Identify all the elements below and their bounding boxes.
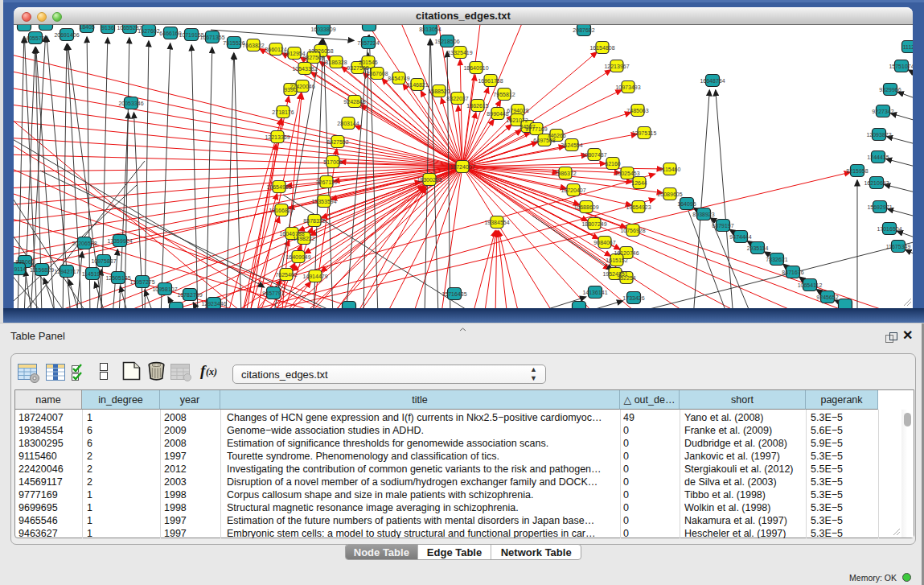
svg-text:9242848: 9242848: [343, 99, 365, 105]
svg-text:8454749: 8454749: [388, 76, 409, 81]
svg-text:15353594: 15353594: [311, 199, 336, 204]
svg-text:7357224: 7357224: [357, 40, 379, 46]
svg-text:1145194: 1145194: [82, 271, 104, 277]
svg-text:7832621: 7832621: [766, 257, 787, 262]
svg-text:10975887: 10975887: [91, 258, 116, 264]
svg-text:16154808: 16154808: [589, 45, 614, 51]
svg-text:9457791: 9457791: [262, 290, 284, 296]
svg-text:16033809: 16033809: [310, 27, 335, 32]
svg-text:6497568: 6497568: [533, 138, 555, 143]
svg-text:19654985: 19654985: [266, 184, 291, 190]
svg-text:1244415: 1244415: [867, 154, 889, 160]
svg-text:8813054: 8813054: [419, 27, 441, 32]
svg-text:15716485: 15716485: [441, 291, 466, 297]
svg-text:746266: 746266: [547, 133, 565, 138]
svg-text:8938923: 8938923: [692, 212, 714, 217]
svg-text:14055712: 14055712: [23, 35, 47, 41]
svg-text:9327508: 9327508: [347, 65, 368, 71]
svg-text:9245652: 9245652: [816, 295, 838, 300]
svg-text:18724007: 18724007: [450, 164, 474, 170]
svg-text:18807249: 18807249: [581, 221, 606, 227]
svg-text:20206578: 20206578: [72, 241, 97, 246]
svg-text:10688609: 10688609: [573, 204, 598, 210]
svg-text:18640910: 18640910: [463, 65, 488, 71]
svg-text:14136141: 14136141: [582, 290, 607, 295]
svg-text:17016504: 17016504: [877, 226, 901, 232]
svg-text:16210643: 16210643: [864, 180, 889, 186]
svg-text:19654923: 19654923: [626, 204, 651, 210]
svg-text:164095: 164095: [677, 201, 696, 207]
svg-text:7663822: 7663822: [242, 43, 264, 48]
svg-text:10543382: 10543382: [292, 66, 317, 72]
svg-text:12213369: 12213369: [265, 134, 290, 140]
svg-text:20053346: 20053346: [118, 101, 143, 106]
svg-text:9827509: 9827509: [302, 55, 324, 60]
svg-text:9474444: 9474444: [729, 234, 751, 240]
svg-text:12975115: 12975115: [632, 130, 657, 136]
svg-text:10654112: 10654112: [798, 282, 823, 288]
svg-text:10025453: 10025453: [614, 171, 639, 176]
svg-text:3267110: 3267110: [316, 179, 338, 185]
svg-text:11675349: 11675349: [886, 244, 911, 249]
svg-text:9115460: 9115460: [659, 167, 681, 172]
svg-text:2718176: 2718176: [272, 109, 294, 115]
svg-text:6879197: 6879197: [712, 223, 733, 229]
svg-text:517006: 517006: [323, 159, 342, 165]
svg-text:7625402: 7625402: [275, 272, 297, 278]
svg-text:18405: 18405: [79, 25, 95, 30]
svg-text:9136: 9136: [101, 25, 114, 31]
svg-text:16120746: 16120746: [614, 250, 639, 256]
svg-text:12093872: 12093872: [866, 132, 891, 138]
svg-text:3624554: 3624554: [561, 142, 582, 148]
svg-text:2935114: 2935114: [747, 245, 769, 251]
svg-text:1112: 1112: [903, 44, 913, 50]
svg-text:12942717: 12942717: [54, 269, 79, 274]
svg-text:1527602: 1527602: [138, 28, 159, 34]
svg-text:16648784: 16648784: [700, 78, 725, 84]
svg-text:1621072: 1621072: [506, 117, 528, 123]
svg-text:16671355: 16671355: [199, 35, 224, 40]
svg-text:16961758: 16961758: [478, 78, 503, 84]
svg-text:2867608: 2867608: [366, 71, 388, 76]
svg-text:16782759: 16782759: [177, 292, 202, 298]
svg-text:10756928: 10756928: [620, 228, 645, 233]
svg-text:13325419: 13325419: [447, 50, 472, 56]
svg-text:(x): (x): [206, 366, 217, 377]
svg-text:9390: 9390: [284, 87, 297, 93]
svg-text:6794028: 6794028: [507, 108, 528, 113]
svg-text:9777169: 9777169: [525, 126, 547, 132]
svg-text:252254: 252254: [617, 275, 635, 281]
svg-text:1615152: 1615152: [606, 257, 627, 263]
svg-text:62160: 62160: [605, 161, 621, 167]
svg-text:9227342: 9227342: [872, 109, 893, 114]
svg-text:10973493: 10973493: [615, 84, 640, 90]
svg-text:12505135: 12505135: [105, 275, 130, 281]
svg-text:9146821: 9146821: [406, 82, 428, 88]
svg-text:7955812: 7955812: [493, 92, 515, 97]
svg-text:15720407: 15720407: [561, 187, 585, 193]
svg-text:10807487: 10807487: [581, 152, 606, 158]
svg-text:2087682: 2087682: [573, 27, 594, 33]
svg-text:13226058: 13226058: [308, 48, 333, 54]
svg-text:7485063: 7485063: [626, 108, 648, 113]
svg-text:15751074: 15751074: [889, 64, 913, 69]
svg-text:12923446: 12923446: [201, 301, 226, 307]
svg-text:8427552: 8427552: [326, 139, 348, 145]
svg-text:1733426: 1733426: [622, 295, 644, 301]
svg-text:9084067: 9084067: [593, 240, 615, 245]
svg-text:8215958: 8215958: [846, 168, 868, 174]
svg-text:18300295: 18300295: [417, 177, 441, 183]
svg-text:11156829: 11156829: [30, 267, 54, 273]
svg-text:15692971: 15692971: [867, 204, 892, 210]
svg-text:10958107: 10958107: [152, 286, 177, 292]
svg-text:39114: 39114: [14, 266, 27, 272]
svg-text:19166827: 19166827: [269, 208, 294, 213]
svg-text:7986372: 7986372: [554, 171, 576, 176]
svg-text:201546: 201546: [359, 60, 377, 65]
svg-text:835061: 835061: [15, 259, 34, 265]
svg-text:12213967: 12213967: [604, 64, 629, 69]
svg-text:8322037: 8322037: [446, 96, 468, 101]
svg-text:14914479: 14914479: [302, 274, 327, 279]
svg-text:19384554: 19384554: [484, 220, 509, 225]
svg-text:1498222: 1498222: [293, 236, 314, 241]
